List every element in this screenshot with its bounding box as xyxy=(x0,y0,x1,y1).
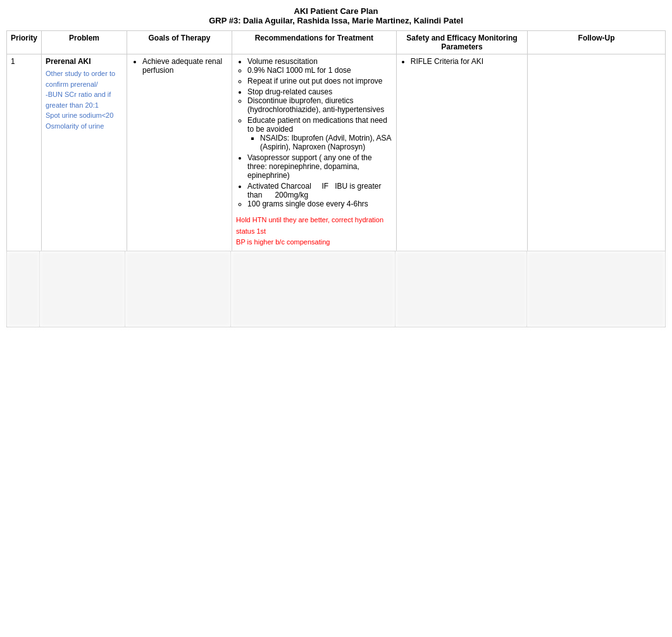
cell-safety-1: RIFLE Criteria for AKI xyxy=(396,54,528,251)
cell-followup-1 xyxy=(528,54,666,251)
link-1: Other study to order to confirm prerenal… xyxy=(46,70,115,88)
cell-priority-1: 1 xyxy=(7,54,42,251)
goals-list: Achieve adequate renal perfusion xyxy=(131,57,228,75)
problem-title: Prerenal AKI xyxy=(46,57,123,66)
page-container: AKI Patient Care Plan GRP #3: Dalia Agui… xyxy=(0,0,672,334)
header-recommendations: Recommendations for Treatment xyxy=(232,31,397,54)
main-title: AKI Patient Care Plan xyxy=(6,6,666,16)
hold-text: Hold HTN until they are better, correct … xyxy=(236,215,392,248)
safety-list: RIFLE Criteria for AKI xyxy=(401,57,524,66)
blurred-recommendations xyxy=(230,251,395,327)
rec-sub-2-1: Discontinue ibuprofen, diuretics (hydroc… xyxy=(247,96,392,114)
priority-number: 1 xyxy=(11,57,15,66)
cell-problem-1: Prerenal AKI Other study to order to con… xyxy=(42,54,127,251)
rec-sub-2-2-list: NSAIDs: Ibuprofen (Advil, Motrin), ASA (… xyxy=(247,134,392,151)
rec-sub-1-1: 0.9% NaCl 1000 mL for 1 dose xyxy=(247,66,392,75)
rec-item-1: Volume resuscitation 0.9% NaCl 1000 mL f… xyxy=(247,57,392,85)
problem-links: Other study to order to confirm prerenal… xyxy=(46,68,123,131)
rec-item-4: Activated Charcoal IF IBU is greater tha… xyxy=(247,182,392,208)
header-row: Priority Problem Goals of Therapy Recomm… xyxy=(7,31,666,54)
main-table: Priority Problem Goals of Therapy Recomm… xyxy=(6,30,666,251)
blurred-goals xyxy=(125,251,231,327)
safety-item-1: RIFLE Criteria for AKI xyxy=(411,57,524,66)
rec-sub-1-2: Repeat if urine out put does not improve xyxy=(247,77,392,85)
rec-sub-2-2-1: NSAIDs: Ibuprofen (Advil, Motrin), ASA (… xyxy=(260,134,392,151)
sub-title: GRP #3: Dalia Aguilar, Rashida Issa, Mar… xyxy=(6,16,666,25)
table-row-1: 1 Prerenal AKI Other study to order to c… xyxy=(7,54,666,251)
rec-sub-4: 100 grams single dose every 4-6hrs xyxy=(247,199,392,208)
blurred-followup xyxy=(527,251,666,327)
link-3: Spot urine sodium<20 xyxy=(46,111,113,119)
cell-recommendations-1: Volume resuscitation 0.9% NaCl 1000 mL f… xyxy=(232,54,397,251)
rec-item-3: Vasopressor support ( any one of the thr… xyxy=(247,153,392,180)
cell-goals-1: Achieve adequate renal perfusion xyxy=(127,54,232,251)
link-2: -BUN SCr ratio and if greater than 20:1 xyxy=(46,91,111,109)
goal-item-1: Achieve adequate renal perfusion xyxy=(142,57,228,75)
hold-text-2: BP is higher b/c compensating xyxy=(236,238,330,246)
blurred-problem xyxy=(40,251,125,327)
blurred-row xyxy=(7,251,666,327)
rec-sub-1: 0.9% NaCl 1000 mL for 1 dose Repeat if u… xyxy=(247,66,392,85)
recommendations-list: Volume resuscitation 0.9% NaCl 1000 mL f… xyxy=(236,57,392,208)
rec-item-2: Stop drug-related causes Discontinue ibu… xyxy=(247,87,392,151)
link-4: Osmolarity of urine xyxy=(46,122,104,130)
blurred-safety xyxy=(395,251,527,327)
header-problem: Problem xyxy=(42,31,127,54)
header-safety: Safety and Efficacy Monitoring Parameter… xyxy=(396,31,528,54)
blurred-priority xyxy=(7,251,40,327)
header-goals: Goals of Therapy xyxy=(127,31,232,54)
rec-sub-2: Discontinue ibuprofen, diuretics (hydroc… xyxy=(247,96,392,151)
rec-sub-2-2: Educate patient on medications that need… xyxy=(247,116,392,151)
header-followup: Follow-Up xyxy=(528,31,666,54)
header-priority: Priority xyxy=(7,31,42,54)
title-section: AKI Patient Care Plan GRP #3: Dalia Agui… xyxy=(6,6,666,25)
hold-text-1: Hold HTN until they are better, correct … xyxy=(236,216,383,235)
rec-sub-4-1: 100 grams single dose every 4-6hrs xyxy=(247,199,392,208)
blurred-section xyxy=(6,251,666,327)
